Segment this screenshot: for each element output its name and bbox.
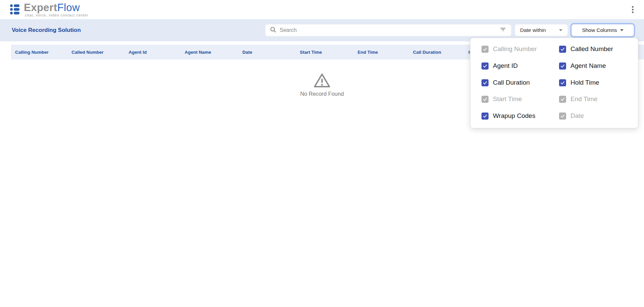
column-toggle-label: Hold Time bbox=[570, 79, 599, 86]
date-within-dropdown[interactable]: Date within bbox=[515, 24, 568, 36]
date-within-label: Date within bbox=[520, 27, 546, 33]
column-toggle-call-duration[interactable]: Call Duration bbox=[481, 79, 530, 87]
column-toggle-label: Call Duration bbox=[493, 79, 530, 86]
column-toggle-start-time[interactable]: Start Time bbox=[481, 95, 522, 103]
checkbox-checked-disabled-icon bbox=[559, 113, 566, 120]
logo-wordmark: ExpertFlow bbox=[24, 2, 80, 14]
show-columns-label: Show Columns bbox=[582, 27, 617, 33]
search-box bbox=[265, 24, 511, 36]
checkbox-checked-icon bbox=[559, 46, 566, 53]
column-toggle-agent-id[interactable]: Agent ID bbox=[481, 62, 518, 70]
column-toggle-label: Wrapup Codes bbox=[493, 112, 535, 120]
page-title: Voice Recording Solution bbox=[12, 19, 81, 41]
checkbox-checked-disabled-icon bbox=[481, 96, 489, 103]
checkbox-checked-icon bbox=[481, 62, 489, 70]
checkbox-checked-icon bbox=[481, 113, 489, 120]
column-header-agent-id: Agent Id bbox=[129, 45, 147, 59]
column-toggle-label: Called Number bbox=[570, 45, 613, 53]
column-header-date: Date bbox=[242, 45, 252, 59]
logo-tagline: chat, voice, video contact center bbox=[25, 13, 89, 17]
expertflow-logo-icon bbox=[10, 4, 21, 14]
voice-recording-page: ExpertFlow chat, voice, video contact ce… bbox=[0, 0, 644, 307]
logo-flow-text: Flow bbox=[57, 2, 80, 13]
show-columns-menu: Calling Number Called Number Agent ID Ag… bbox=[470, 38, 638, 128]
checkbox-checked-icon bbox=[559, 62, 566, 70]
top-bar: ExpertFlow chat, voice, video contact ce… bbox=[0, 0, 644, 19]
warning-triangle-icon bbox=[313, 72, 331, 89]
column-toggle-calling-number[interactable]: Calling Number bbox=[481, 45, 537, 53]
column-toggle-hold-time[interactable]: Hold Time bbox=[559, 79, 599, 87]
column-header-start-time: Start Time bbox=[300, 45, 322, 59]
checkbox-checked-icon bbox=[481, 79, 489, 86]
expertflow-logo: ExpertFlow chat, voice, video contact ce… bbox=[10, 2, 111, 18]
caret-down-icon bbox=[559, 29, 562, 31]
kebab-menu-icon[interactable] bbox=[628, 4, 637, 14]
checkbox-checked-icon bbox=[559, 79, 566, 86]
column-toggle-wrapup-codes[interactable]: Wrapup Codes bbox=[481, 112, 535, 120]
checkbox-checked-disabled-icon bbox=[481, 46, 489, 53]
column-toggle-date[interactable]: Date bbox=[559, 112, 584, 120]
column-toggle-called-number[interactable]: Called Number bbox=[559, 45, 613, 53]
caret-down-icon bbox=[620, 29, 624, 31]
checkbox-checked-disabled-icon bbox=[559, 96, 566, 103]
column-header-end-time: End Time bbox=[358, 45, 378, 59]
column-toggle-end-time[interactable]: End Time bbox=[559, 95, 597, 103]
column-header-call-duration: Call Duration bbox=[413, 45, 441, 59]
column-toggle-label: Agent Name bbox=[570, 62, 606, 70]
column-toggle-agent-name[interactable]: Agent Name bbox=[559, 62, 606, 70]
logo-expert-text: Expert bbox=[24, 2, 57, 13]
show-columns-button[interactable]: Show Columns bbox=[571, 24, 634, 36]
column-header-agent-name: Agent Name bbox=[185, 45, 211, 59]
column-header-called-number: Called Number bbox=[72, 45, 103, 59]
filter-icon[interactable] bbox=[499, 26, 507, 34]
column-toggle-label: Date bbox=[570, 112, 584, 120]
search-icon bbox=[270, 27, 276, 34]
search-input[interactable] bbox=[279, 27, 499, 34]
column-toggle-label: Calling Number bbox=[493, 45, 537, 53]
column-toggle-label: End Time bbox=[570, 95, 597, 103]
column-header-calling-number: Calling Number bbox=[15, 45, 49, 59]
column-toggle-label: Agent ID bbox=[493, 62, 518, 70]
column-toggle-label: Start Time bbox=[493, 95, 522, 103]
